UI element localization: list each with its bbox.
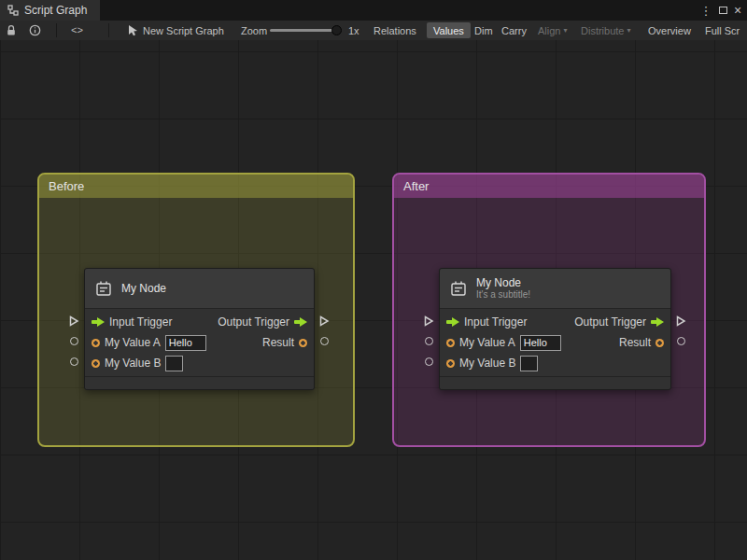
port-label: Output Trigger [218,315,289,329]
maximize-icon [719,7,727,14]
tab-bar: Script Graph ⋮ × [0,0,747,21]
zoom-slider-track[interactable] [270,29,339,32]
lock-icon [6,24,17,36]
lock-button[interactable] [6,21,17,40]
port-label: Input Trigger [464,315,527,329]
value-b-port[interactable] [92,359,100,368]
window-menu-button[interactable]: ⋮ [698,0,713,21]
node-title: My Node [121,282,166,295]
distribute-dropdown[interactable]: Distribute ▾ [581,21,630,40]
external-trigger-port-left[interactable] [424,315,434,329]
code-view-button[interactable]: <> [71,21,83,40]
port-row-trigger: Input Trigger Output Trigger [85,312,314,332]
port-label: My Value B [105,357,161,370]
node-body: Input Trigger Output Trigger My Value A [440,309,670,376]
dim-button[interactable]: Dim [474,21,493,40]
result-port[interactable] [655,339,664,347]
group-after[interactable]: After My Node It's a subtitle! [392,173,706,447]
new-script-graph-button[interactable]: New Script Graph [143,21,224,40]
node-header[interactable]: My Node [85,269,314,309]
value-b-input[interactable] [520,356,538,371]
value-b-input[interactable] [165,356,183,371]
group-before[interactable]: Before My Node [37,173,355,447]
external-trigger-port-right[interactable] [319,315,330,329]
align-dropdown[interactable]: Align ▾ [538,21,567,40]
port-label: My Value B [459,357,515,370]
maximize-button[interactable] [715,0,730,21]
port-label: Input Trigger [109,315,172,329]
port-label: My Value A [105,336,161,349]
output-trigger-port[interactable] [294,317,307,327]
node-body: Input Trigger Output Trigger My Value A [85,309,314,376]
pointer-icon [128,21,138,40]
external-trigger-port-right[interactable] [676,315,686,329]
info-icon [29,24,41,36]
port-row-value-b: My Value B [85,353,314,373]
group-header[interactable]: After [394,175,704,198]
port-row-value-a: My Value A Result [85,332,314,353]
port-label: Output Trigger [574,315,646,329]
external-value-port-right[interactable] [320,337,329,345]
value-a-port[interactable] [92,339,100,347]
group-title: Before [49,179,84,193]
node-after[interactable]: My Node It's a subtitle! Input Trigger O… [439,268,671,390]
external-value-port-right[interactable] [677,337,685,345]
value-a-port[interactable] [446,339,455,347]
node-icon [94,279,113,298]
script-graph-window: Script Graph ⋮ × <> New Script Graph Zoo [0,0,747,560]
chevron-down-icon: ▾ [627,26,630,35]
port-row-value-a: My Value A Result [440,332,670,353]
tab-script-graph[interactable]: Script Graph [0,0,100,21]
values-button[interactable]: Values [427,22,471,38]
chevron-down-icon: ▾ [563,26,567,35]
result-port[interactable] [299,339,307,347]
tab-title: Script Graph [24,4,87,17]
zoom-slider-handle[interactable] [331,25,342,35]
graph-canvas[interactable]: Before My Node [0,40,747,560]
external-trigger-port-left[interactable] [69,315,79,329]
node-title: My Node [476,276,530,289]
node-footer [85,376,314,389]
port-row-value-b: My Value B [440,353,670,373]
graph-icon [7,5,19,16]
external-value-port-left[interactable] [425,357,433,366]
group-header[interactable]: Before [39,175,353,198]
external-value-port-left[interactable] [70,337,78,345]
port-label: Result [619,336,651,349]
distribute-label: Distribute [581,25,624,36]
input-trigger-port[interactable] [92,317,105,327]
port-row-trigger: Input Trigger Output Trigger [440,312,670,332]
port-label: My Value A [459,336,515,349]
node-subtitle: It's a subtitle! [476,289,530,301]
value-a-input[interactable] [520,335,561,351]
value-b-port[interactable] [446,359,455,368]
node-icon [449,279,468,298]
external-value-port-left[interactable] [425,337,433,345]
align-label: Align [538,25,560,36]
zoom-value: 1x [348,21,359,40]
output-trigger-port[interactable] [651,317,664,327]
carry-button[interactable]: Carry [501,21,527,40]
port-label: Result [262,336,294,349]
value-a-input[interactable] [165,335,206,351]
close-button[interactable]: × [730,0,745,21]
node-before[interactable]: My Node Input Trigger Output Trigger [84,268,315,390]
external-value-port-left[interactable] [70,357,78,366]
zoom-label: Zoom [241,21,267,40]
info-button[interactable] [29,21,41,40]
group-title: After [403,179,429,193]
overview-button[interactable]: Overview [648,21,691,40]
node-header[interactable]: My Node It's a subtitle! [440,269,670,309]
fullscreen-button[interactable]: Full Scr [705,21,740,40]
toolbar-separator [56,23,57,37]
graph-toolbar: <> New Script Graph Zoom 1x Relations Va… [0,21,747,41]
input-trigger-port[interactable] [446,317,459,327]
node-footer [440,376,670,389]
toolbar-separator [108,23,109,37]
relations-button[interactable]: Relations [374,21,416,40]
